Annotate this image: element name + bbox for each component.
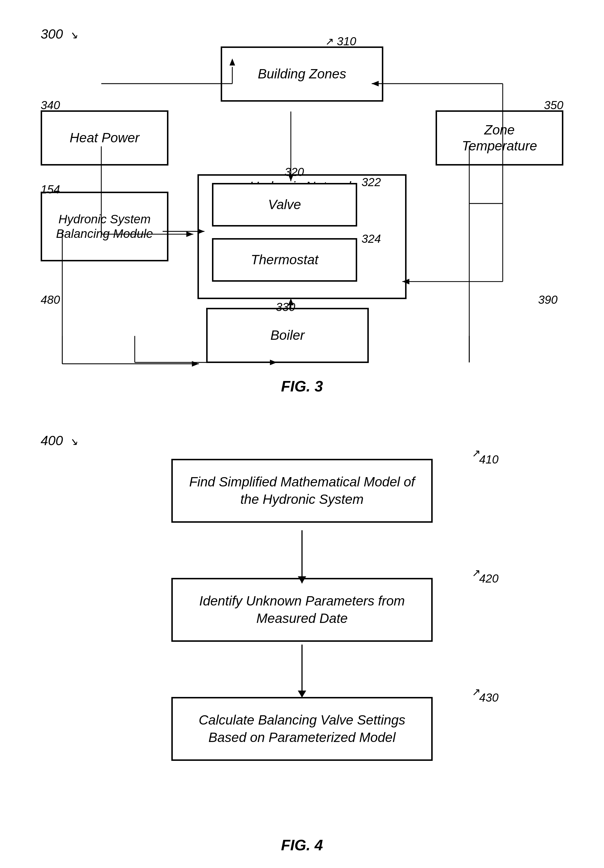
fig4-caption: FIG. 4 [281, 836, 323, 854]
zone-temp-box: Zone Temperature [435, 110, 563, 166]
ref-340: 340 [41, 99, 60, 112]
arrow-420: ↗ [472, 567, 480, 579]
building-zones-box: Building Zones [221, 46, 383, 102]
ref-410: 410 [479, 453, 499, 466]
ref-330: 330 [276, 301, 295, 314]
arrow-410: ↗ [472, 447, 480, 459]
page-container: 300 ↘ Building Zones 310 ↗ Heat Power 34… [0, 0, 604, 868]
heat-power-box: Heat Power [41, 110, 169, 166]
step-410-box: Find Simplified Mathematical Model of th… [171, 459, 433, 523]
ref-480: 480 [41, 293, 60, 306]
svg-marker-26 [192, 361, 199, 366]
arrow-310: ↗ [325, 36, 334, 48]
ref-154: 154 [41, 183, 60, 196]
label-400: 400 ↘ [41, 433, 78, 448]
arrow-430: ↗ [472, 686, 480, 698]
ref-390: 390 [538, 293, 558, 306]
fig3-section: 300 ↘ Building Zones 310 ↗ Heat Power 34… [23, 17, 581, 401]
step-430-box: Calculate Balancing Valve Settings Based… [171, 697, 433, 761]
ref-324: 324 [361, 232, 381, 245]
ref-320: 320 [285, 166, 304, 178]
ref-310: 310 [337, 35, 356, 48]
ref-430: 430 [479, 691, 499, 704]
boiler-box: Boiler [206, 308, 369, 363]
fig3-caption: FIG. 3 [281, 378, 323, 395]
svg-marker-31 [298, 691, 307, 698]
ref-322: 322 [361, 176, 381, 189]
step-420-box: Identify Unknown Parameters from Measure… [171, 578, 433, 642]
svg-marker-5 [186, 231, 194, 237]
ref-420: 420 [479, 572, 499, 585]
label-300: 300 ↘ [41, 26, 78, 42]
thermostat-box: Thermostat [212, 238, 357, 282]
fig4-section: 400 ↘ Find Simplified Mathematical Model… [23, 424, 581, 860]
valve-box: Valve [212, 183, 357, 226]
hsb-module-box: Hydronic System Balancing Module [41, 192, 169, 261]
ref-350: 350 [544, 99, 563, 112]
